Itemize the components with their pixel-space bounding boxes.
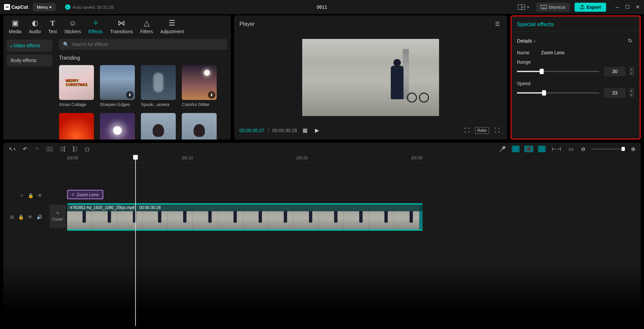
add-track-icon[interactable]: ⊞: [10, 214, 14, 220]
mute-icon[interactable]: 🔊: [37, 214, 42, 220]
tab-filters[interactable]: △Filters: [140, 19, 153, 34]
download-icon[interactable]: ⬇: [208, 91, 215, 99]
effect-thumb: ⬇: [100, 65, 135, 100]
speed-step-down[interactable]: ▼: [629, 93, 634, 97]
export-button[interactable]: Export: [575, 3, 606, 12]
app-logo: ✂ CapCut: [4, 4, 28, 10]
timeline[interactable]: |00:00 |00:10 |00:20 |00:30 ✧ 🔒 👁 ✧ Zoom…: [3, 155, 641, 326]
sidebar-body-effects[interactable]: Body effects: [7, 54, 52, 66]
effect-card[interactable]: ⬇ Sharpen Edges: [100, 65, 135, 107]
tab-adjustment[interactable]: ☰Adjustment: [160, 19, 184, 34]
search-box[interactable]: 🔍: [59, 39, 227, 50]
effect-card[interactable]: [141, 113, 176, 140]
ruler-mark: |00:30: [411, 156, 422, 160]
tab-effects[interactable]: ✧Effects: [88, 19, 103, 34]
cover-button[interactable]: ✎ Cover: [50, 205, 66, 228]
ruler-mark: |00:00: [67, 156, 78, 160]
track-effect: ✧ 🔒 👁 ✧ Zoom Lens: [3, 190, 641, 201]
zoom-slider[interactable]: [591, 149, 625, 150]
lock-icon[interactable]: 🔒: [18, 214, 24, 220]
adjustment-icon: ☰: [169, 19, 175, 28]
redo-button[interactable]: ↷: [33, 145, 40, 154]
grid-button[interactable]: ▦: [301, 126, 310, 135]
speed-input[interactable]: [604, 88, 626, 98]
cursor-tool[interactable]: ↖▾: [7, 145, 17, 154]
effect-clip[interactable]: ✧ Zoom Lens: [67, 190, 103, 199]
undo-button[interactable]: ↶: [21, 145, 29, 154]
media-clip[interactable]: 4782851-hd_1920_1080_25fps.mp4 00:00:30:…: [67, 203, 423, 231]
player-video[interactable]: [302, 39, 439, 116]
trim-right-button[interactable]: ]⌷: [71, 145, 78, 153]
reset-button[interactable]: ↻: [626, 36, 634, 45]
download-icon[interactable]: ⬇: [126, 91, 133, 99]
playhead[interactable]: [135, 155, 136, 326]
cursor-icon: ↖: [9, 146, 13, 152]
effect-thumb: [182, 113, 217, 140]
props-section-details[interactable]: Details ▴: [517, 38, 535, 44]
effects-panel: ▣Media ◐Audio TText ☺Stickers ✧Effects ⋈…: [3, 15, 231, 140]
sidebar-video-effects[interactable]: ▸ Video effects: [7, 40, 52, 52]
fullscreen-button[interactable]: ⛶: [492, 126, 502, 135]
preview-button[interactable]: ▭: [567, 145, 575, 154]
props-tab-special-effects[interactable]: Special effects: [517, 21, 554, 28]
layout-button[interactable]: ▼: [517, 3, 531, 11]
effect-card[interactable]: MERRYCHRISTMAS Xmas Collage: [59, 65, 94, 107]
ratio-button[interactable]: Ratio: [475, 127, 489, 134]
effect-track-icon[interactable]: ✧: [20, 193, 24, 198]
range-input[interactable]: [604, 67, 626, 76]
close-button[interactable]: ✕: [636, 4, 640, 10]
trim-left-button[interactable]: ⌷[: [59, 145, 66, 153]
effect-card[interactable]: [59, 113, 94, 140]
tab-audio[interactable]: ◐Audio: [29, 19, 41, 34]
zoom-out-button[interactable]: ⊖: [580, 145, 587, 154]
prop-label-speed: Speed: [517, 81, 536, 86]
chevron-down-icon: ▼: [527, 5, 530, 9]
timeline-ruler[interactable]: |00:00 |00:10 |00:20 |00:30: [67, 155, 641, 163]
menu-button[interactable]: Menu ▾: [33, 3, 56, 11]
eye-icon[interactable]: 👁: [28, 214, 33, 220]
crop-icon: ◻: [85, 146, 89, 152]
shortcut-button[interactable]: Shortcut: [536, 3, 570, 12]
mic-icon: 🎤: [499, 146, 506, 152]
minimize-button[interactable]: ─: [615, 4, 619, 10]
magnet-left-toggle[interactable]: ⬚: [512, 146, 520, 152]
track-media: ⊞ 🔒 👁 🔊 ✎ Cover 4782851-hd_1920_1080_25f…: [3, 203, 641, 231]
player-menu-button[interactable]: ☰: [493, 19, 502, 29]
magnet-right-toggle[interactable]: ⬚: [538, 146, 546, 152]
range-step-down[interactable]: ▼: [629, 71, 634, 76]
tab-text[interactable]: TText: [48, 19, 57, 34]
split-button[interactable]: ⌷⌷: [45, 145, 54, 153]
align-button[interactable]: ⊢⊣: [550, 145, 562, 154]
effect-card[interactable]: [100, 113, 135, 140]
effect-card[interactable]: Spook...amera: [141, 65, 176, 107]
prop-label-range: Range: [517, 59, 536, 65]
effect-card[interactable]: [182, 113, 217, 140]
effect-thumb: MERRYCHRISTMAS: [59, 65, 94, 100]
speed-step-up[interactable]: ▲: [629, 89, 634, 93]
tab-stickers[interactable]: ☺Stickers: [64, 19, 81, 34]
crop-button[interactable]: ◻: [84, 145, 91, 154]
timeline-toolbar: ↖▾ ↶ ↷ ⌷⌷ ⌷[ ]⌷ ◻ 🎤 ⬚ ⬛ ⬚ ⊢⊣ ▭ ⊖ ⊕: [3, 143, 641, 155]
focus-button[interactable]: ⛶: [462, 126, 472, 135]
prop-label-name: Name: [517, 50, 536, 55]
effect-card[interactable]: ⬇ Colorful Glitter: [182, 65, 217, 107]
zoom-in-button[interactable]: ⊕: [630, 145, 637, 154]
search-input[interactable]: [71, 42, 223, 47]
redo-icon: ↷: [35, 146, 39, 152]
align-icon: ⊢⊣: [552, 146, 561, 152]
play-button[interactable]: ▶: [313, 126, 321, 135]
speed-slider[interactable]: [517, 92, 599, 94]
lock-icon[interactable]: 🔒: [28, 193, 34, 198]
mic-button[interactable]: 🎤: [498, 145, 507, 154]
maximize-button[interactable]: ☐: [625, 4, 630, 10]
logo-icon: ✂: [4, 4, 10, 10]
range-step-up[interactable]: ▲: [629, 67, 634, 71]
range-slider[interactable]: [517, 71, 599, 72]
app-name: CapCut: [11, 4, 28, 10]
effect-name: Spook...amera: [141, 102, 176, 107]
tab-media[interactable]: ▣Media: [9, 19, 21, 34]
magnet-center-toggle[interactable]: ⬛: [524, 146, 533, 152]
svg-rect-3: [541, 5, 546, 9]
eye-icon[interactable]: 👁: [38, 193, 42, 198]
tab-transitions[interactable]: ⋈Transitions: [110, 19, 133, 34]
